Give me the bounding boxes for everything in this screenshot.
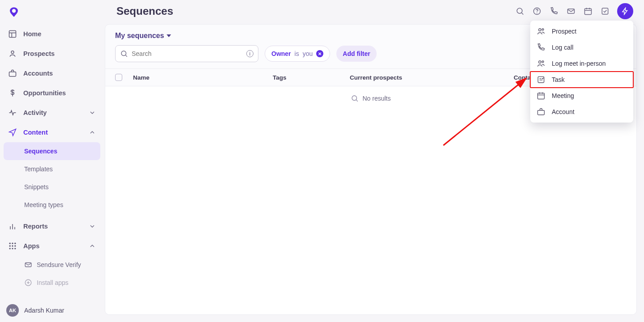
svg-point-13 xyxy=(14,245,16,246)
users-icon xyxy=(537,27,545,36)
sidebar-item-label: Apps xyxy=(23,242,39,250)
svg-point-37 xyxy=(539,61,541,63)
info-icon[interactable]: i xyxy=(246,50,253,57)
avatar-initials: AK xyxy=(9,308,16,313)
svg-point-21 xyxy=(517,8,522,13)
task-icon xyxy=(537,75,545,84)
svg-rect-26 xyxy=(585,8,592,14)
search-box[interactable]: i xyxy=(115,45,258,62)
column-tags[interactable]: Tags xyxy=(273,74,344,81)
search-input[interactable] xyxy=(132,50,243,57)
subitem-label: Install apps xyxy=(37,279,69,286)
svg-rect-4 xyxy=(9,72,16,76)
help-icon[interactable] xyxy=(532,6,542,16)
chevron-up-icon xyxy=(89,242,96,250)
subitem-label: Snippets xyxy=(24,183,48,191)
menu-item-label: Log call xyxy=(552,44,573,51)
menu-item-label: Prospect xyxy=(552,28,576,35)
dollar-icon xyxy=(8,89,17,97)
filter-chip-owner[interactable]: Owner is you ✕ xyxy=(265,46,330,62)
subitem-label: Templates xyxy=(24,165,53,173)
topbar-actions xyxy=(515,3,633,19)
bar-chart-icon xyxy=(8,222,17,231)
subitem-templates[interactable]: Templates xyxy=(4,160,100,178)
subitem-label: Meeting types xyxy=(24,201,63,208)
chevron-up-icon xyxy=(89,129,96,136)
svg-point-10 xyxy=(14,243,16,244)
search-icon xyxy=(120,50,128,58)
svg-point-15 xyxy=(12,248,13,249)
sidebar-item-opportunities[interactable]: Opportunities xyxy=(4,83,100,103)
remove-filter-icon[interactable]: ✕ xyxy=(316,50,323,57)
svg-point-33 xyxy=(352,96,357,101)
scope-selector[interactable]: My sequences xyxy=(115,32,171,40)
svg-point-12 xyxy=(12,245,13,246)
svg-point-24 xyxy=(537,13,537,13)
sidebar-item-label: Activity xyxy=(23,109,47,116)
subitem-sendsure-verify[interactable]: Sendsure Verify xyxy=(4,256,100,274)
column-prospects[interactable]: Current prospects xyxy=(350,74,466,81)
add-filter-button[interactable]: Add filter xyxy=(336,46,376,62)
calendar-icon[interactable] xyxy=(583,6,593,16)
mail-icon[interactable] xyxy=(566,6,576,16)
search-icon xyxy=(351,94,359,102)
add-filter-label: Add filter xyxy=(343,50,370,57)
search-icon[interactable] xyxy=(515,6,525,16)
select-all-checkbox[interactable] xyxy=(115,74,122,81)
svg-line-22 xyxy=(522,13,524,15)
sidebar-item-accounts[interactable]: Accounts xyxy=(4,64,100,83)
subitem-sequences[interactable]: Sequences xyxy=(4,142,100,160)
subitem-label: Sendsure Verify xyxy=(37,261,81,268)
menu-item-meeting[interactable]: Meeting xyxy=(530,88,633,104)
apps-grid-icon xyxy=(8,242,17,250)
menu-item-log-meet[interactable]: Log meet in-person xyxy=(530,55,633,72)
sidebar-item-home[interactable]: Home xyxy=(4,24,100,44)
empty-text: No results xyxy=(362,95,391,102)
svg-rect-0 xyxy=(9,31,16,38)
topbar: Sequences xyxy=(104,0,644,22)
svg-point-8 xyxy=(9,243,11,244)
svg-rect-39 xyxy=(538,76,544,82)
sidebar-item-content[interactable]: Content xyxy=(4,123,100,142)
phone-icon xyxy=(537,43,545,52)
svg-point-31 xyxy=(121,51,126,56)
task-icon[interactable] xyxy=(600,6,610,16)
subitem-install-apps[interactable]: Install apps xyxy=(4,274,100,292)
menu-item-prospect[interactable]: Prospect xyxy=(530,23,633,39)
sidebar-user[interactable]: AK Adarsh Kumar xyxy=(0,299,104,322)
svg-point-14 xyxy=(9,248,11,249)
subitem-meeting-types[interactable]: Meeting types xyxy=(4,196,100,214)
menu-item-log-call[interactable]: Log call xyxy=(530,39,633,55)
sidebar-nav: Home Prospects Accounts Opportunities Ac xyxy=(0,24,104,299)
sidebar-item-label: Opportunities xyxy=(23,89,66,97)
svg-line-32 xyxy=(125,55,127,56)
sidebar-item-label: Prospects xyxy=(23,50,55,57)
quick-create-button[interactable] xyxy=(617,3,633,19)
filter-value: you xyxy=(303,50,313,57)
svg-rect-40 xyxy=(538,93,545,99)
chevron-down-icon xyxy=(89,223,96,230)
scope-label: My sequences xyxy=(115,32,164,40)
app-logo[interactable] xyxy=(0,4,104,24)
sidebar-item-reports[interactable]: Reports xyxy=(4,216,100,236)
sidebar-item-activity[interactable]: Activity xyxy=(4,103,100,123)
svg-point-35 xyxy=(539,29,541,31)
sidebar-item-label: Content xyxy=(23,129,48,136)
svg-point-36 xyxy=(542,29,544,30)
filter-key: Owner xyxy=(271,50,291,57)
column-name[interactable]: Name xyxy=(133,74,267,81)
menu-item-account[interactable]: Account xyxy=(530,104,633,120)
sidebar-item-apps[interactable]: Apps xyxy=(4,236,100,256)
phone-icon[interactable] xyxy=(549,6,559,16)
svg-rect-44 xyxy=(538,110,545,115)
subitem-snippets[interactable]: Snippets xyxy=(4,178,100,196)
subitem-label: Sequences xyxy=(24,148,57,155)
menu-item-label: Account xyxy=(552,108,575,115)
caret-down-icon xyxy=(167,34,171,37)
content-submenu: Sequences Templates Snippets Meeting typ… xyxy=(4,142,100,214)
svg-point-38 xyxy=(542,61,544,63)
sidebar-item-prospects[interactable]: Prospects xyxy=(4,44,100,64)
apps-submenu: Sendsure Verify Install apps xyxy=(4,256,100,292)
send-icon xyxy=(8,128,17,137)
menu-item-task[interactable]: Task xyxy=(530,72,633,88)
